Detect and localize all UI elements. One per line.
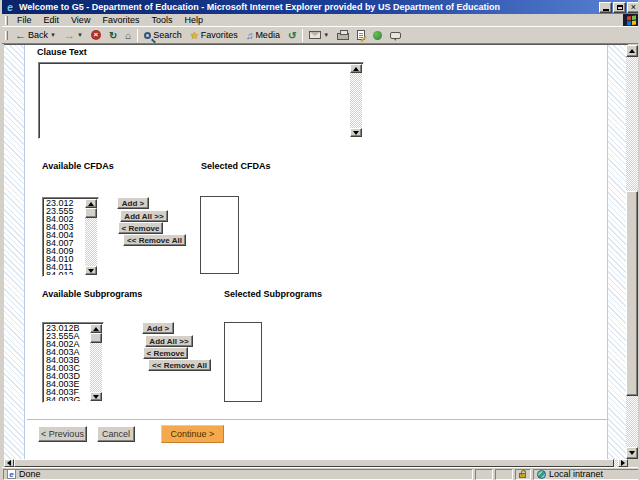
messenger-button[interactable] [369, 28, 386, 43]
ie-logo-icon: e [4, 2, 16, 13]
scroll-up-icon [353, 67, 359, 71]
scroll-down-icon [629, 451, 635, 455]
scroll-down-button[interactable] [85, 266, 97, 275]
zone-text: Local intranet [549, 469, 603, 479]
menubar-gripper[interactable] [5, 16, 8, 25]
restore-button[interactable] [613, 2, 626, 13]
clause-textarea-scrollbar[interactable] [350, 64, 362, 137]
subprogram-remove-button[interactable]: < Remove [143, 347, 188, 359]
scroll-down-icon [88, 269, 94, 273]
cfda-add-all-button[interactable]: Add All >> [120, 210, 168, 222]
subprogram-add-button[interactable]: Add > [142, 322, 174, 334]
browser-window: e Welcome to G5 - Department of Educatio… [0, 0, 640, 480]
status-pane-empty [475, 469, 493, 480]
page-vertical-scrollbar[interactable] [626, 45, 638, 459]
title-bar: e Welcome to G5 - Department of Educatio… [2, 0, 640, 14]
subprogram-add-all-button[interactable]: Add All >> [145, 335, 193, 347]
zone-pane[interactable]: Local intranet [533, 469, 640, 480]
print-button[interactable] [333, 28, 353, 43]
back-label: Back [28, 30, 48, 40]
scroll-down-button[interactable] [626, 447, 638, 459]
intranet-zone-icon [537, 470, 546, 479]
security-pane [515, 469, 531, 480]
scroll-left-button[interactable] [4, 459, 14, 467]
clause-textarea[interactable] [38, 62, 364, 139]
menu-edit[interactable]: Edit [38, 14, 66, 27]
discuss-icon [390, 32, 401, 39]
status-text: Done [19, 469, 41, 479]
cfda-remove-button[interactable]: < Remove [118, 222, 163, 234]
edit-icon [357, 30, 365, 40]
scroll-left-icon [7, 460, 11, 466]
listbox-scrollbar[interactable] [90, 324, 102, 401]
refresh-button[interactable]: ↻ [105, 28, 121, 43]
discuss-button[interactable] [386, 28, 405, 43]
scroll-down-icon [353, 131, 359, 135]
footer-separator [27, 419, 607, 420]
scroll-up-button[interactable] [350, 64, 362, 73]
favorites-button[interactable]: ★ Favorites [186, 28, 242, 43]
previous-button[interactable]: < Previous [38, 426, 87, 442]
left-hatch-strip [4, 45, 25, 459]
scroll-right-icon [621, 460, 625, 466]
close-icon: × [631, 3, 636, 12]
available-subprograms-label: Available Subprograms [42, 289, 142, 299]
mail-dropdown-icon[interactable]: ▼ [323, 32, 329, 38]
menu-favorites[interactable]: Favorites [96, 14, 145, 27]
scroll-thumb[interactable] [90, 333, 102, 343]
edit-button[interactable] [353, 28, 369, 43]
history-button[interactable]: ↺ [284, 28, 300, 43]
listbox-scrollbar[interactable] [85, 199, 97, 275]
scroll-thumb[interactable] [14, 459, 614, 467]
stop-button[interactable]: × [87, 28, 105, 43]
scroll-up-icon [93, 327, 99, 331]
cfda-add-button[interactable]: Add > [117, 197, 149, 209]
scroll-thumb[interactable] [85, 208, 97, 218]
available-subprograms-listbox[interactable]: 23.012B23.555A84.002A84.003A84.003B84.00… [42, 322, 104, 403]
continue-button[interactable]: Continue > [161, 425, 224, 443]
cancel-button[interactable]: Cancel [97, 426, 135, 442]
menu-tools[interactable]: Tools [145, 14, 178, 27]
scroll-right-button[interactable] [618, 459, 628, 467]
scroll-down-icon [93, 395, 99, 399]
refresh-icon: ↻ [109, 30, 117, 41]
close-button[interactable]: × [627, 2, 640, 13]
status-pane-empty [495, 469, 513, 480]
scroll-thumb[interactable] [626, 191, 638, 396]
minimize-button[interactable] [599, 2, 612, 13]
search-button[interactable]: Search [140, 28, 186, 43]
list-item[interactable]: 84.003G [44, 396, 90, 401]
selected-cfdas-listbox[interactable] [200, 196, 239, 274]
toolbar-gripper[interactable] [5, 31, 8, 40]
selected-subprograms-listbox[interactable] [224, 322, 262, 402]
scroll-up-button[interactable] [85, 199, 97, 208]
page-content: Clause Text Available CFDAs Selected CFD… [4, 44, 628, 459]
menu-file[interactable]: File [11, 14, 38, 27]
page-horizontal-scrollbar[interactable] [4, 459, 628, 467]
subprogram-remove-all-button[interactable]: << Remove All [148, 359, 211, 371]
scroll-track[interactable] [350, 73, 362, 128]
scroll-down-button[interactable] [90, 392, 102, 401]
home-button[interactable]: ⌂ [121, 28, 135, 43]
media-label: Media [255, 30, 280, 40]
restore-icon [617, 5, 623, 10]
mail-button[interactable]: ▼ [305, 28, 333, 43]
available-cfdas-listbox[interactable]: 23.01223.55584.00284.00384.00484.00784.0… [42, 197, 99, 277]
scroll-up-icon [629, 49, 635, 53]
menu-view[interactable]: View [65, 14, 96, 27]
list-item[interactable]: 84.012 [44, 271, 85, 275]
messenger-icon [373, 31, 382, 40]
scroll-down-button[interactable] [350, 128, 362, 137]
scroll-up-icon [88, 202, 94, 206]
menu-help[interactable]: Help [178, 14, 209, 27]
media-button[interactable]: ♫ Media [242, 28, 284, 43]
scroll-up-button[interactable] [626, 45, 638, 57]
forward-button[interactable]: → ▼ [60, 28, 87, 43]
scroll-up-button[interactable] [90, 324, 102, 333]
menu-bar: File Edit View Favorites Tools Help [2, 14, 640, 27]
cfda-remove-all-button[interactable]: << Remove All [123, 234, 186, 246]
favorites-icon: ★ [190, 30, 199, 41]
forward-dropdown-icon[interactable]: ▼ [77, 32, 83, 38]
back-dropdown-icon[interactable]: ▼ [50, 32, 56, 38]
back-button[interactable]: ← Back ▼ [11, 28, 60, 43]
